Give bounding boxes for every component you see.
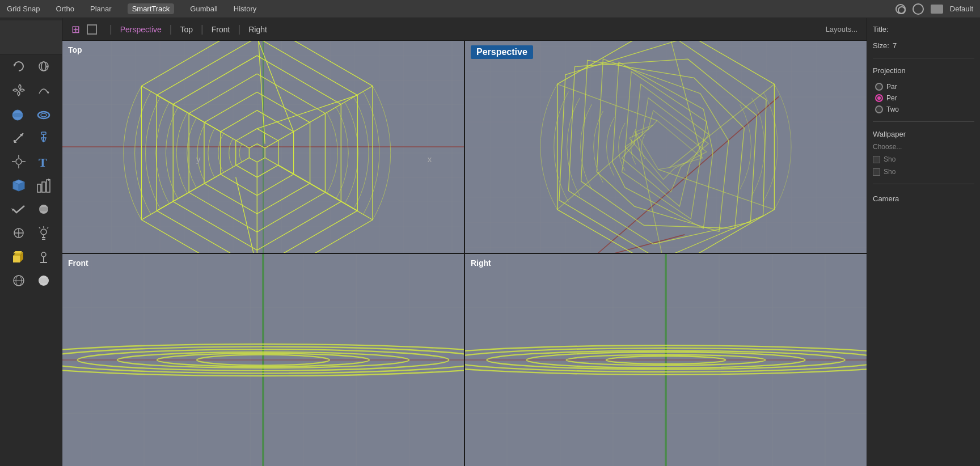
yellow-square-icon[interactable] bbox=[9, 247, 29, 267]
record-icon[interactable] bbox=[895, 4, 906, 14]
pan-icon[interactable] bbox=[9, 223, 29, 243]
box-icon[interactable] bbox=[9, 175, 29, 196]
text-icon[interactable]: T bbox=[33, 151, 54, 172]
arc-icon[interactable] bbox=[33, 80, 54, 100]
rect-icon[interactable] bbox=[931, 5, 943, 14]
sidebar-row-2 bbox=[0, 78, 62, 102]
sidebar-row-6 bbox=[0, 173, 62, 197]
radio-per[interactable]: Per bbox=[875, 94, 974, 102]
sidebar-top-area bbox=[0, 20, 62, 54]
viewport-perspective-svg: x y z bbox=[465, 41, 867, 253]
grid-snap-button[interactable]: Grid Snap bbox=[7, 5, 40, 13]
top-toolbar: Grid Snap Ortho Planar SmartTrack Gumbal… bbox=[0, 0, 980, 18]
svg-text:y: y bbox=[196, 154, 201, 164]
svg-marker-30 bbox=[11, 208, 13, 211]
camera-label: Camera bbox=[873, 194, 974, 203]
checkbox-1[interactable] bbox=[873, 156, 880, 163]
gumball-button[interactable]: Gumball bbox=[190, 5, 217, 13]
svg-line-39 bbox=[47, 227, 48, 228]
sidebar-row-4 bbox=[0, 126, 62, 150]
divider-2 bbox=[873, 121, 974, 122]
svg-point-32 bbox=[39, 207, 48, 211]
size-value: 7 bbox=[893, 41, 897, 50]
pin-icon[interactable] bbox=[33, 128, 54, 148]
svg-point-36 bbox=[41, 229, 47, 235]
circle-icon[interactable] bbox=[913, 3, 924, 15]
viewport-perspective-label: Perspective bbox=[471, 45, 533, 59]
projection-title: Projection bbox=[873, 66, 974, 75]
projection-radio-group: Par Per Two bbox=[873, 83, 974, 113]
svg-text:T: T bbox=[39, 155, 47, 170]
svg-point-47 bbox=[41, 252, 46, 257]
radio-par-circle[interactable] bbox=[875, 83, 883, 91]
grid-view-icon[interactable]: ⊞ bbox=[71, 23, 80, 36]
sidebar-row-1 bbox=[0, 54, 62, 78]
sidebar-row-10 bbox=[0, 269, 62, 293]
planar-button[interactable]: Planar bbox=[90, 5, 112, 13]
checkbox-2[interactable] bbox=[873, 168, 880, 176]
viewport-right[interactable]: Right bbox=[465, 254, 867, 466]
size-label: Size: bbox=[873, 41, 889, 50]
checkmark-icon[interactable] bbox=[9, 199, 29, 219]
radio-two[interactable]: Two bbox=[875, 105, 974, 113]
wallpaper-choose-button[interactable]: Choose... bbox=[873, 143, 974, 151]
wallpaper-title: Wallpaper bbox=[873, 130, 974, 138]
right-panel: Title: Size: 7 Projection Par Per Two Wa… bbox=[867, 18, 980, 466]
viewport-front[interactable]: Front bbox=[62, 254, 464, 466]
tab-front[interactable]: Front bbox=[209, 24, 233, 35]
viewport-right-svg bbox=[465, 254, 867, 466]
left-sidebar: T bbox=[0, 18, 62, 466]
viewport-top-label: Top bbox=[68, 45, 82, 54]
main-layout: T bbox=[0, 18, 980, 466]
divider-3 bbox=[873, 184, 974, 184]
tab-top[interactable]: Top bbox=[178, 24, 196, 35]
tab-separator-4: | bbox=[238, 23, 240, 35]
history-button[interactable]: History bbox=[234, 5, 256, 13]
tab-separator-3: | bbox=[201, 23, 204, 35]
viewport-top[interactable]: Top bbox=[62, 41, 464, 253]
torus-icon[interactable] bbox=[33, 104, 54, 124]
rotate2-icon[interactable] bbox=[33, 56, 54, 77]
svg-rect-27 bbox=[42, 182, 45, 192]
layouts-button[interactable]: Layouts... bbox=[826, 25, 858, 33]
sphere-icon[interactable] bbox=[9, 104, 29, 124]
svg-rect-82 bbox=[465, 41, 867, 253]
radio-par[interactable]: Par bbox=[875, 83, 974, 91]
viewport-top-svg: y x bbox=[62, 41, 464, 253]
radio-par-label: Par bbox=[886, 83, 897, 91]
sphere2-icon[interactable] bbox=[33, 270, 54, 291]
show-checkbox-1: Sho bbox=[873, 155, 974, 163]
gem-icon[interactable] bbox=[33, 199, 54, 219]
tab-perspective[interactable]: Perspective bbox=[118, 24, 164, 35]
svg-point-9 bbox=[41, 113, 47, 117]
divider-1 bbox=[873, 58, 974, 58]
light2-icon[interactable] bbox=[33, 247, 54, 267]
move-icon[interactable] bbox=[9, 80, 29, 100]
light-icon[interactable] bbox=[33, 223, 54, 243]
default-label: Default bbox=[950, 5, 973, 13]
smarttrack-button[interactable]: SmartTrack bbox=[128, 3, 175, 14]
single-view-icon[interactable] bbox=[87, 24, 97, 35]
tab-separator-2: | bbox=[170, 23, 172, 35]
svg-text:x: x bbox=[428, 154, 432, 164]
title-label: Title: bbox=[873, 25, 889, 33]
svg-point-6 bbox=[12, 113, 23, 117]
center-content: ⊞ | Perspective | Top | Front | Right La… bbox=[62, 18, 867, 466]
radio-two-circle[interactable] bbox=[875, 105, 883, 113]
svg-point-2 bbox=[41, 62, 46, 71]
sidebar-row-9 bbox=[0, 245, 62, 269]
ortho-button[interactable]: Ortho bbox=[56, 5, 75, 13]
svg-rect-14 bbox=[41, 132, 46, 134]
tab-separator-1: | bbox=[109, 23, 112, 35]
svg-point-17 bbox=[16, 159, 22, 164]
tab-right[interactable]: Right bbox=[246, 24, 269, 35]
radio-per-circle[interactable] bbox=[875, 94, 883, 102]
arrow-icon[interactable] bbox=[9, 128, 29, 148]
svg-rect-26 bbox=[37, 184, 41, 192]
viewport-tabs: ⊞ | Perspective | Top | Front | Right La… bbox=[62, 18, 867, 41]
array-icon[interactable] bbox=[33, 175, 54, 196]
rotate-icon[interactable] bbox=[9, 56, 29, 77]
globe-icon[interactable] bbox=[9, 270, 29, 291]
transform-icon[interactable] bbox=[9, 151, 29, 172]
viewport-perspective[interactable]: Perspective bbox=[465, 41, 867, 253]
